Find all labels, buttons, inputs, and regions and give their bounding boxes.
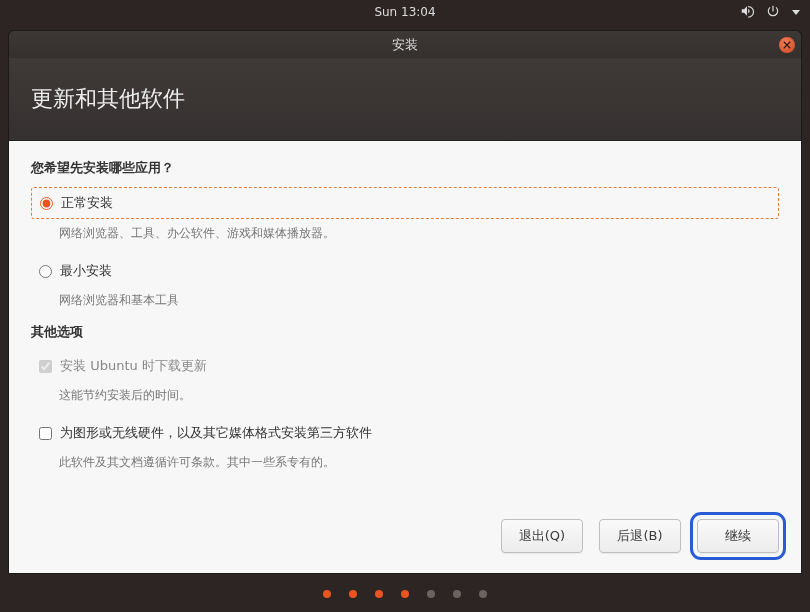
progress-dot xyxy=(427,590,435,598)
system-tray xyxy=(740,4,800,21)
chevron-down-icon[interactable] xyxy=(792,10,800,15)
section-other-title: 其他选项 xyxy=(31,323,779,341)
progress-dot xyxy=(349,590,357,598)
radio-normal-install-input[interactable] xyxy=(40,197,53,210)
checkbox-third-party-desc: 此软件及其文档遵循许可条款。其中一些系专有的。 xyxy=(59,454,779,471)
window-titlebar: 安装 xyxy=(8,30,802,58)
window-title: 安装 xyxy=(392,36,418,54)
section-apps-title: 您希望先安装哪些应用？ xyxy=(31,159,779,177)
checkbox-download-updates-input xyxy=(39,360,52,373)
radio-minimal-install-input[interactable] xyxy=(39,265,52,278)
quit-button[interactable]: 退出(Q) xyxy=(501,519,583,553)
volume-icon[interactable] xyxy=(740,4,754,21)
progress-dot xyxy=(401,590,409,598)
continue-button[interactable]: 继续 xyxy=(697,519,779,553)
close-button[interactable] xyxy=(779,37,795,53)
progress-dot xyxy=(323,590,331,598)
progress-dot xyxy=(479,590,487,598)
progress-dot xyxy=(375,590,383,598)
checkbox-third-party-input[interactable] xyxy=(39,427,52,440)
checkbox-download-updates: 安装 Ubuntu 时下载更新 xyxy=(31,351,779,381)
radio-minimal-install[interactable]: 最小安装 xyxy=(31,256,779,286)
radio-normal-install-label: 正常安装 xyxy=(61,194,113,212)
button-bar: 退出(Q) 后退(B) 继续 xyxy=(501,519,779,553)
radio-minimal-install-desc: 网络浏览器和基本工具 xyxy=(59,292,779,309)
checkbox-download-updates-desc: 这能节约安装后的时间。 xyxy=(59,387,779,404)
installer-window: 更新和其他软件 您希望先安装哪些应用？ 正常安装 网络浏览器、工具、办公软件、游… xyxy=(8,58,802,574)
close-icon xyxy=(783,41,791,49)
checkbox-third-party[interactable]: 为图形或无线硬件，以及其它媒体格式安装第三方软件 xyxy=(31,418,779,448)
radio-minimal-install-label: 最小安装 xyxy=(60,262,112,280)
back-button[interactable]: 后退(B) xyxy=(599,519,681,553)
checkbox-third-party-label: 为图形或无线硬件，以及其它媒体格式安装第三方软件 xyxy=(60,424,372,442)
content-area: 您希望先安装哪些应用？ 正常安装 网络浏览器、工具、办公软件、游戏和媒体播放器。… xyxy=(9,141,801,499)
radio-normal-install[interactable]: 正常安装 xyxy=(31,187,779,219)
radio-normal-install-desc: 网络浏览器、工具、办公软件、游戏和媒体播放器。 xyxy=(59,225,779,242)
clock: Sun 13:04 xyxy=(374,5,435,19)
checkbox-download-updates-label: 安装 Ubuntu 时下载更新 xyxy=(60,357,207,375)
page-header: 更新和其他软件 xyxy=(9,58,801,141)
progress-dots xyxy=(0,590,810,598)
progress-dot xyxy=(453,590,461,598)
power-icon[interactable] xyxy=(766,4,780,21)
top-menubar: Sun 13:04 xyxy=(0,0,810,24)
page-title: 更新和其他软件 xyxy=(31,86,185,111)
